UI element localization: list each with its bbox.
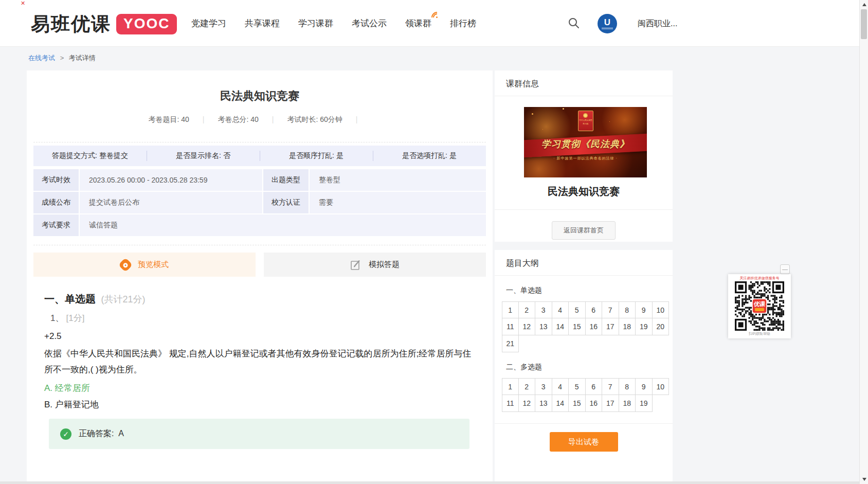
question-number-cell[interactable]: 13: [535, 395, 552, 412]
question-number-cell[interactable]: 13: [535, 318, 552, 335]
book-line: 民法典: [583, 122, 588, 125]
breadcrumb-link[interactable]: 在线考试: [28, 54, 55, 62]
question-number-cell[interactable]: 4: [552, 301, 569, 318]
window-bottom-edge: [0, 481, 859, 484]
question-number-cell[interactable]: 15: [569, 318, 586, 335]
outline-groups: 一、单选题123456789101112131415161718192021二、…: [495, 286, 673, 412]
qr-minimize-button[interactable]: —: [780, 264, 790, 274]
question-number-grid: 123456789101112131415161718192021: [502, 301, 670, 352]
divider: [495, 423, 673, 424]
exam-settings-banner: 答题提交方式: 整卷提交是否显示排名: 否是否顺序打乱: 是是否选项打乱: 是: [33, 146, 486, 166]
course-title: 民法典知识竞赛: [495, 185, 673, 199]
question-number-cell[interactable]: 2: [519, 378, 536, 395]
question-number-cell[interactable]: 18: [619, 395, 636, 412]
question-number-cell[interactable]: 2: [519, 301, 536, 318]
question-number-cell[interactable]: 7: [602, 378, 619, 395]
outline-heading: 题目大纲: [495, 250, 673, 276]
question-number-cell[interactable]: 7: [602, 301, 619, 318]
question-number-cell[interactable]: 6: [586, 301, 603, 318]
question-number-cell[interactable]: 12: [519, 395, 536, 412]
question-outline-card: 题目大纲 一、单选题123456789101112131415161718192…: [495, 250, 673, 484]
question-option[interactable]: A. 经常居所: [44, 382, 475, 394]
book-line: 中华人民共和国: [579, 119, 592, 121]
header: 易班优课 YOOC 党建学习共享课程学习课群考试公示领课群排行榜 U 闽西职业.…: [0, 0, 859, 47]
question-number-cell[interactable]: 12: [519, 318, 536, 335]
question-number-cell[interactable]: 3: [535, 378, 552, 395]
nav-item[interactable]: 共享课程: [245, 17, 280, 29]
info-label: 校方认证: [263, 192, 309, 213]
info-value: 整卷型: [310, 169, 486, 191]
question-number-cell[interactable]: 5: [569, 378, 586, 395]
question-number-cell[interactable]: 21: [502, 335, 519, 352]
scroll-up-arrow[interactable]: [860, 1, 868, 9]
question-number-cell[interactable]: 3: [535, 301, 552, 318]
question-option[interactable]: B. 户籍登记地: [44, 399, 475, 410]
nav-item[interactable]: 学习课群: [298, 17, 333, 29]
section-heading-score: (共计21分): [101, 294, 145, 304]
scrollbar-thumb[interactable]: [861, 9, 867, 39]
exam-stats: 考卷题目: 40|考卷总分: 40|考试时长: 60分钟|: [27, 115, 493, 124]
logo[interactable]: 易班优课 YOOC: [31, 11, 177, 37]
preview-mode-button[interactable]: 预览模式: [33, 253, 256, 277]
question-number-cell[interactable]: 14: [552, 318, 569, 335]
nav-item[interactable]: 排行榜: [450, 17, 476, 29]
question-number-cell[interactable]: 5: [569, 301, 586, 318]
qr-bottom-text: 扫码获取帮助: [749, 331, 770, 336]
question-number-cell[interactable]: 9: [636, 301, 653, 318]
question-number-row: 1、[1分]: [44, 312, 475, 324]
question-number-cell[interactable]: 11: [502, 395, 519, 412]
nav-item[interactable]: 考试公示: [352, 17, 387, 29]
question-number-cell[interactable]: 10: [653, 301, 670, 318]
pencil-icon: [350, 259, 361, 271]
question-number-cell[interactable]: 1: [502, 301, 519, 318]
breadcrumb-current: 考试详情: [69, 54, 96, 62]
question-number-cell[interactable]: 9: [636, 378, 653, 395]
stat-separator: |: [356, 115, 358, 123]
cover-banner-text: 学习贯彻《民法典》: [524, 138, 647, 150]
question-number-cell[interactable]: 15: [569, 395, 586, 412]
qr-widget[interactable]: 关注易班优课微信服务号 优课 扫码获取帮助: [728, 274, 791, 338]
scroll-down-arrow[interactable]: [860, 475, 868, 483]
question-number-cell[interactable]: 20: [653, 318, 670, 335]
exam-stat: 考卷总分: 40: [218, 115, 259, 123]
question-number-cell[interactable]: 18: [619, 318, 636, 335]
question-number-cell[interactable]: 8: [619, 301, 636, 318]
export-paper-button[interactable]: 导出试卷: [550, 432, 618, 452]
exam-title: 民法典知识竞赛: [27, 70, 493, 104]
scrollbar[interactable]: [859, 0, 868, 484]
question-number-cell[interactable]: 1: [502, 378, 519, 395]
main-nav: 党建学习共享课程学习课群考试公示领课群排行榜: [191, 0, 476, 47]
back-to-course-button[interactable]: 返回课群首页: [552, 221, 616, 240]
question-number: 1、: [50, 313, 64, 323]
outline-group-label: 一、单选题: [506, 286, 661, 295]
civil-code-book: 中华人民共和国 民法典: [578, 111, 593, 131]
avatar-letter: U: [604, 19, 610, 26]
question-number-cell[interactable]: 14: [552, 395, 569, 412]
user-name[interactable]: 闽西职业...: [638, 19, 677, 29]
course-info-card: 课群信息 中华人民共和国 民法典 学习贯彻《民法典》 · 新中国第一部以法典命名…: [495, 70, 673, 242]
svg-text:优课: 优课: [753, 301, 766, 307]
nav-item[interactable]: 党建学习: [191, 17, 226, 29]
course-cover-image[interactable]: 中华人民共和国 民法典 学习贯彻《民法典》 · 新中国第一部以法典命名的法律 ·: [524, 107, 647, 177]
avatar[interactable]: U: [598, 14, 617, 33]
nav-item[interactable]: 领课群: [405, 17, 431, 29]
question-number-cell[interactable]: 19: [636, 318, 653, 335]
question-number-cell[interactable]: 10: [653, 378, 670, 395]
simulate-answer-button[interactable]: 模拟答题: [264, 253, 486, 277]
exam-detail-card: 民法典知识竞赛 考卷题目: 40|考卷总分: 40|考试时长: 60分钟| 答题…: [27, 70, 493, 484]
question-number-cell[interactable]: 17: [602, 395, 619, 412]
question-number-cell[interactable]: 16: [586, 318, 603, 335]
question-number-cell[interactable]: 4: [552, 378, 569, 395]
breadcrumb: 在线考试 > 考试详情: [28, 53, 96, 63]
question-number-cell[interactable]: 17: [602, 318, 619, 335]
preview-mode-label: 预览模式: [138, 260, 169, 270]
question-number-cell[interactable]: 16: [586, 395, 603, 412]
search-icon[interactable]: [568, 17, 580, 29]
question-number-cell[interactable]: 8: [619, 378, 636, 395]
divider: [33, 245, 486, 245]
question-number-cell[interactable]: 6: [586, 378, 603, 395]
question-area: 一、单选题 (共计21分) 1、[1分] +2.5 依据《中华人民共和国民法典》…: [27, 277, 493, 449]
question-number-cell[interactable]: 11: [502, 318, 519, 335]
question-number-cell[interactable]: 19: [636, 395, 653, 412]
question-number-grid: 12345678910111213141516171819: [502, 378, 670, 412]
